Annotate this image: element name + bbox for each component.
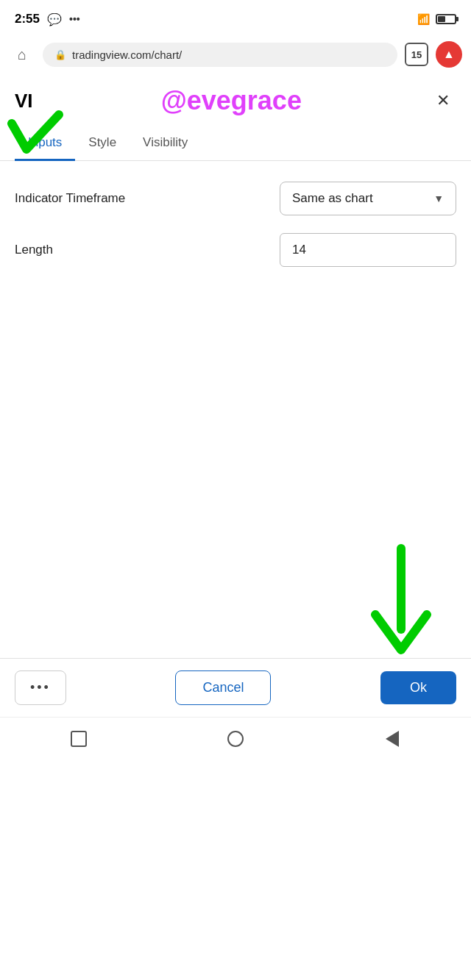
status-bar: 2:55 💬 ••• 📶 — [0, 0, 471, 35]
recents-button[interactable] — [69, 729, 88, 748]
length-input[interactable] — [280, 233, 456, 267]
timeframe-select[interactable]: Same as chart ▼ — [280, 182, 456, 215]
ok-button[interactable]: Ok — [380, 671, 456, 704]
chevron-down-icon: ▼ — [433, 193, 444, 204]
tab-style[interactable]: Style — [75, 126, 130, 161]
home-nav-button[interactable] — [226, 729, 245, 748]
form-area: Indicator Timeframe Same as chart ▼ Leng… — [0, 161, 471, 305]
back-button[interactable] — [383, 729, 402, 748]
close-button[interactable]: ✕ — [430, 87, 456, 114]
length-label: Length — [15, 243, 53, 257]
content-spacer — [0, 305, 471, 658]
url-bar[interactable]: 🔒 tradingview.com/chart/ — [43, 43, 397, 67]
whatsapp-icon: 💬 — [47, 12, 62, 26]
username-label: @evegrace — [40, 85, 422, 116]
lock-icon: 🔒 — [54, 49, 66, 60]
tabs-row: Inputs Style Visibility — [0, 126, 471, 161]
timeframe-value: Same as chart — [292, 191, 373, 206]
bottom-action-bar: ••• Cancel Ok — [0, 658, 471, 717]
android-nav-bar — [0, 717, 471, 760]
length-row: Length — [15, 233, 456, 267]
signal-icon: 📶 — [417, 13, 430, 25]
battery-icon — [436, 14, 456, 24]
url-text: tradingview.com/chart/ — [72, 49, 182, 61]
home-button[interactable]: ⌂ — [9, 41, 35, 68]
status-time: 2:55 💬 ••• — [15, 12, 80, 26]
more-button[interactable]: ••• — [15, 670, 66, 705]
tab-count[interactable]: 15 — [405, 43, 428, 66]
browser-bar: ⌂ 🔒 tradingview.com/chart/ 15 ▲ — [0, 35, 471, 74]
dialog-container: VI @evegrace ✕ Inputs Style Visibility I… — [0, 74, 471, 717]
timeframe-label: Indicator Timeframe — [15, 191, 125, 206]
green-checkmark-annotation — [6, 109, 65, 160]
tab-visibility[interactable]: Visibility — [130, 126, 201, 161]
status-right-icons: 📶 — [417, 13, 456, 25]
dialog-header: VI @evegrace ✕ — [0, 74, 471, 124]
cancel-button[interactable]: Cancel — [175, 670, 271, 705]
ellipsis-icon: ••• — [69, 13, 80, 25]
up-button[interactable]: ▲ — [436, 41, 462, 68]
time-display: 2:55 — [15, 12, 40, 26]
timeframe-row: Indicator Timeframe Same as chart ▼ — [15, 182, 456, 215]
